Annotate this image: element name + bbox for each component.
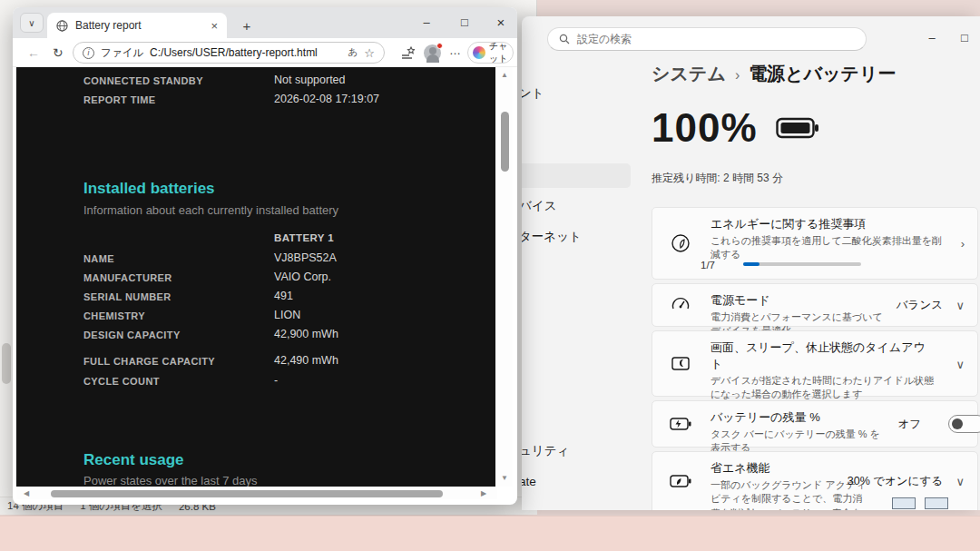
tab-close-icon[interactable]: ×: [211, 19, 218, 33]
battery-icon: [776, 115, 819, 141]
report-value: 42,490 mWh: [274, 354, 338, 367]
report-value: 42,900 mWh: [274, 328, 338, 340]
settings-search-input[interactable]: 設定の検索: [547, 27, 867, 51]
horizontal-scrollbar-thumb[interactable]: [51, 490, 443, 497]
report-value: VJ8BPS52A: [274, 251, 337, 264]
battery-charge-icon: [669, 412, 692, 436]
scroll-left-icon[interactable]: ◀: [24, 489, 29, 497]
recommendation-progress-label: 1/7: [701, 260, 715, 271]
sidebar-item-privacy[interactable]: ュリティ: [522, 443, 569, 459]
card-power-mode[interactable]: 電源モード 電力消費とパフォーマンスに基づいてデバイスを最適化 バランス ∨: [652, 283, 978, 327]
card-battery-percentage[interactable]: バッテリーの残量 % タスク バーにバッテリーの残量 % を表示する オフ: [652, 400, 978, 448]
chevron-down-icon[interactable]: ∨: [956, 299, 965, 312]
tab-battery-report[interactable]: Battery report ×: [47, 13, 227, 38]
report-value: -: [274, 374, 278, 387]
globe-icon: [56, 20, 68, 32]
breadcrumb-separator: ›: [726, 67, 749, 84]
toggle-knob: [952, 418, 963, 429]
browser-minimize-button[interactable]: –: [412, 12, 441, 32]
browser-toolbar: ← ↻ i ファイル C:/Users/USER/battery-report.…: [13, 38, 517, 67]
recommendation-progress-bar: [743, 262, 861, 266]
back-icon[interactable]: ←: [27, 45, 40, 60]
power-mode-value[interactable]: バランス: [897, 298, 943, 313]
report-label: CONNECTED STANDBY: [83, 75, 203, 86]
edge-browser-window: ∨ Battery report × + – □ × ← ↻ i ファイル C:…: [13, 7, 517, 505]
battery-percent: 100%: [652, 105, 758, 151]
report-label: REPORT TIME: [83, 94, 156, 105]
horizontal-scrollbar[interactable]: ◀ ▶: [16, 487, 497, 499]
tab-title: Battery report: [75, 19, 203, 32]
battery-report-page: CONNECTED STANDBY Not supported REPORT T…: [16, 67, 495, 487]
background-window-minimize[interactable]: [892, 497, 916, 509]
breadcrumb-system[interactable]: システム: [652, 62, 726, 86]
copilot-chat-button[interactable]: チャット: [467, 42, 514, 64]
scroll-right-icon[interactable]: ▶: [481, 489, 486, 497]
card-screen-sleep-timeouts[interactable]: 画面、スリープ、休止状態のタイムアウト デバイスが指定された時間にわたりアイドル…: [652, 330, 978, 397]
more-menu-icon[interactable]: …: [449, 44, 461, 57]
sidebar-selected-highlight[interactable]: [522, 163, 631, 188]
scroll-up-icon[interactable]: ▲: [501, 71, 508, 79]
url-text[interactable]: C:/Users/USER/battery-report.html: [150, 46, 342, 59]
card-title: バッテリーの残量 %: [710, 409, 887, 426]
display-sleep-icon: [669, 352, 692, 376]
card-energy-recommendations[interactable]: エネルギーに関する推奨事項 これらの推奨事項を適用して二酸化炭素排出量を削減する…: [652, 207, 978, 280]
translate-icon[interactable]: あ: [348, 46, 358, 59]
vertical-scrollbar-thumb[interactable]: [501, 112, 509, 172]
file-info-icon[interactable]: i: [83, 47, 94, 59]
sidebar-item-network[interactable]: ターネット: [522, 229, 582, 245]
browser-maximize-button[interactable]: □: [450, 12, 479, 32]
card-title: 画面、スリープ、休止状態のタイムアウト: [710, 339, 936, 372]
energy-saver-value[interactable]: 30% でオンにする: [848, 474, 943, 489]
taskbar: 1 気温が下がる見込... 木曜日 検索 M365 ⚙: [0, 516, 980, 551]
search-icon: [559, 34, 570, 44]
sidebar-item-accounts[interactable]: ント: [522, 85, 544, 102]
url-scheme-label: ファイル: [101, 46, 143, 60]
report-label: MANUFACTURER: [83, 272, 172, 283]
vertical-scrollbar[interactable]: ▲ ▼: [497, 67, 513, 487]
card-desc: 一部のバックグラウンド アクティビティを制限することで、電力消費を削減し、バッテ…: [710, 478, 868, 510]
report-value: 491: [274, 290, 293, 302]
card-title: 省エネ機能: [710, 460, 868, 477]
chevron-right-icon[interactable]: ›: [961, 237, 965, 251]
installed-batteries-subtitle: Information about each currently install…: [83, 203, 338, 217]
scroll-down-icon[interactable]: ▼: [501, 474, 508, 482]
breadcrumb-power-battery: 電源とバッテリー: [749, 62, 896, 86]
tab-actions-button[interactable]: ∨: [20, 13, 44, 33]
background-window-restore[interactable]: [925, 497, 948, 509]
card-desc: これらの推奨事項を適用して二酸化炭素排出量を削減する: [710, 234, 950, 262]
report-label: DESIGN CAPACITY: [83, 330, 181, 340]
sidebar-item-devices[interactable]: バイス: [522, 198, 556, 214]
explorer-scrollbar-thumb[interactable]: [2, 343, 11, 384]
report-value: 2026-02-08 17:19:07: [274, 93, 379, 105]
chevron-down-icon[interactable]: ∨: [956, 357, 965, 370]
report-label: CHEMISTRY: [83, 310, 145, 321]
battery-leaf-icon: [669, 469, 692, 493]
battery-time-remaining: 推定残り時間: 2 時間 53 分: [652, 171, 783, 186]
browser-close-button[interactable]: ×: [486, 12, 515, 32]
battery-percentage-toggle-label: オフ: [897, 417, 921, 432]
profile-avatar[interactable]: [424, 44, 441, 62]
favorite-star-icon[interactable]: ☆: [364, 46, 375, 60]
address-bar[interactable]: i ファイル C:/Users/USER/battery-report.html…: [73, 42, 385, 64]
installed-batteries-heading: Installed batteries: [83, 180, 215, 198]
battery-column-header: BATTERY 1: [274, 232, 334, 243]
breadcrumb: システム › 電源とバッテリー: [652, 62, 897, 86]
sidebar-item-windows-update[interactable]: ate: [522, 475, 536, 488]
card-desc: デバイスが指定された時間にわたりアイドル状態になった場合の動作を選択します: [710, 374, 936, 402]
refresh-icon[interactable]: ↻: [53, 45, 64, 60]
settings-maximize-button[interactable]: □: [950, 27, 979, 47]
chevron-down-icon[interactable]: ∨: [956, 475, 965, 488]
settings-window: ント バイス ターネット ュリティ ate 設定の検索 – □ システム › 電…: [522, 16, 980, 510]
collections-icon[interactable]: [401, 46, 415, 60]
report-label: CYCLE COUNT: [83, 376, 160, 387]
gauge-icon: [669, 293, 692, 317]
copilot-chat-label: チャット: [489, 40, 513, 65]
card-title: エネルギーに関する推奨事項: [710, 216, 950, 232]
settings-minimize-button[interactable]: –: [917, 27, 946, 47]
battery-percentage-toggle[interactable]: [948, 415, 980, 433]
recent-usage-heading: Recent usage: [83, 451, 184, 469]
report-value: Not supported: [274, 74, 346, 86]
new-tab-button[interactable]: +: [236, 15, 258, 36]
recent-usage-subtitle: Power states over the last 7 days: [83, 474, 257, 487]
notification-dot: [436, 43, 443, 49]
